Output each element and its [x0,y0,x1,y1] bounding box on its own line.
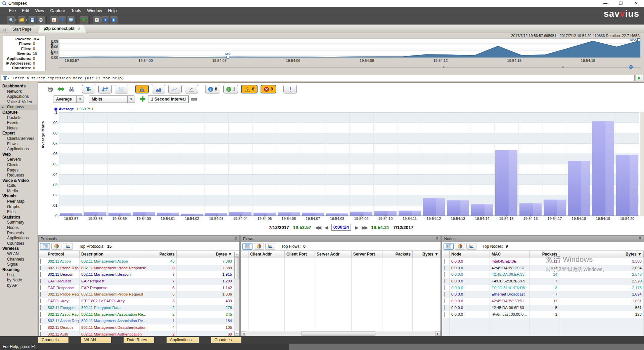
sidebar-item-servers[interactable]: Servers [0,157,37,162]
print-button[interactable] [37,16,45,24]
sidebar-item-graphs[interactable]: Graphs [0,204,37,210]
timeline-plot[interactable]: MIN MAX ▷ 0.090.060.030.00 [59,38,641,58]
sidebar-item-summary[interactable]: Summary [0,220,37,225]
timeline-scrollbar[interactable] [59,65,641,69]
restore-button[interactable]: ❐ [613,0,629,7]
table-row[interactable]: 802.11 Auth802.11 Management Authenticat… [39,331,234,336]
sidebar-item-flows[interactable]: Flows [0,142,37,147]
column-header-node[interactable]: Node [450,251,490,258]
units-select[interactable]: Mbits▼ [89,95,135,103]
chart-type-scatter-button[interactable] [185,85,198,93]
pin-icon[interactable] [234,237,237,241]
menu-view[interactable]: View [32,7,47,15]
send-packets-button[interactable] [80,16,88,24]
view-bar-button[interactable] [63,243,73,250]
sidebar-item-peer-map[interactable]: Peer Map [0,199,37,204]
table-row[interactable]: 0.0.0.042:45:DA:06:EF:33142,546 [442,271,644,278]
forward-packets-button[interactable] [56,85,65,93]
table-row[interactable]: 0.0.0.0IPv6mcast:00:00:0...1128 [442,311,644,318]
scroll-thumb[interactable] [234,257,239,279]
nav-back-button[interactable]: ◀ [325,225,327,230]
sidebar-item-pages[interactable]: Pages [0,168,37,173]
row-checkbox[interactable] [40,305,41,310]
row-checkbox[interactable] [40,299,41,303]
close-button[interactable]: ✕ [629,0,644,7]
sidebar-item-applications[interactable]: Applications [0,94,37,100]
table-row[interactable]: 0.0.0.0E0:9D:31:41:E6:D882,175 [442,285,644,291]
sidebar-item-by-node[interactable]: by Node [0,278,37,283]
informational-events-button[interactable]: i8 [205,85,220,93]
timeline-scroll-track[interactable] [59,67,641,68]
menu-capture[interactable]: Capture [47,7,68,15]
table-row[interactable]: 802.11 Probe Req802.11 Management Probe … [39,291,234,298]
timeline-min-marker[interactable]: MIN [225,52,231,59]
chart-bar[interactable] [568,161,590,216]
stats-button-applications[interactable]: Applications [167,337,199,343]
stats-button-countries[interactable]: Countries [211,337,241,343]
view-pie-button[interactable] [51,243,61,250]
sidebar-item-files[interactable]: Files [0,209,37,215]
scroll-left-icon[interactable]: ◀ [241,331,246,336]
chart-bar[interactable] [592,121,614,216]
horizontal-scrollbar[interactable]: ◀▶ [241,331,441,336]
table-row[interactable]: 0.0.0.042:45:DA:B8:D9:51172,694 [442,265,644,272]
sidebar-item-clients-servers[interactable]: Clients/Servers [0,136,37,142]
stats-button-channels[interactable]: Channels [38,337,68,343]
chart-bar[interactable] [519,203,542,216]
timeline-max-marker[interactable]: MAX [630,38,640,41]
table-row[interactable]: 0.0.0.0Intel:45:ED:0E113,308 [442,258,644,265]
tab-scroll-left-icon[interactable]: ◁ [1,27,7,33]
view-pie-button[interactable] [455,243,465,250]
table-row[interactable]: 802.11 Probe Rsp802.11 Management Probe … [39,265,234,272]
zoom-in-button[interactable]: ✚ [140,96,146,103]
column-header-client-addr[interactable]: Client Addr [248,251,285,258]
row-checkbox[interactable] [40,312,41,317]
row-checkbox[interactable] [40,292,41,297]
column-header-packets[interactable]: Packets [382,251,413,258]
menu-file[interactable]: File [6,7,19,15]
sidebar-item-by-ap[interactable]: by AP [0,283,37,288]
filter-button[interactable] [58,16,66,24]
start-page-button[interactable] [7,16,15,24]
menu-edit[interactable]: Edit [19,7,32,15]
sidebar-item-requests[interactable]: Requests [0,173,37,178]
table-row[interactable]: 0.0.0.042:45:DA:B8:59:51111,651 [442,298,644,305]
pin-icon[interactable] [435,237,439,241]
row-checkbox[interactable] [40,325,41,330]
view-bar-button[interactable] [265,243,275,250]
chart-bar[interactable] [544,199,566,216]
row-checkbox[interactable] [40,279,41,283]
stats-button-wlan[interactable]: WLAN [81,337,111,343]
options-button[interactable] [93,16,101,24]
chart-type-area-button[interactable] [152,85,165,93]
column-header-packets[interactable]: Packets [147,251,177,258]
column-header-client-port[interactable]: Client Port [285,251,315,258]
vertical-scrollbar[interactable]: ▲▼ [234,252,239,336]
search-binoculars-button[interactable] [67,85,76,93]
nav-window-duration[interactable]: 0:00:24 [331,224,351,231]
table-row[interactable]: 802.11 Encrypte...802.11 Encrypted Data2… [39,305,234,311]
row-checkbox[interactable] [444,292,445,297]
sidebar-item-applications[interactable]: Applications [0,236,37,241]
alerts-button[interactable] [283,85,297,93]
row-checkbox[interactable] [40,272,41,277]
table-row[interactable]: 802.11 Beacon802.11 Management Beacon71,… [39,271,234,278]
start-page-dropdown[interactable]: ▾ [15,18,16,22]
column-header-mac[interactable]: MAC [490,251,530,258]
sidebar-item-voice-video[interactable]: Voice & Video [0,100,37,105]
timeline-scroll-knob[interactable] [629,65,633,69]
save-button[interactable] [29,16,36,24]
timeline-collapse-icon[interactable]: ▷ [639,34,641,37]
stats-button-data-rates[interactable]: Data Rates [124,337,154,343]
column-header-description[interactable]: Description [80,251,147,258]
row-checkbox[interactable] [444,305,445,310]
compass-vertical-scrollbar[interactable] [640,112,644,216]
view-list-button[interactable] [444,243,454,250]
menu-window[interactable]: Window [84,7,105,15]
nav-fast-back-button[interactable]: ◀◀ [315,225,321,230]
sidebar-item-compass[interactable]: Compass [0,105,37,110]
column-header-server-port[interactable]: Server Port [352,251,382,258]
error-events-button[interactable]: 0 [261,85,276,93]
help-button[interactable]: ? [101,16,109,24]
sidebar-item-applications[interactable]: Applications [0,147,37,152]
